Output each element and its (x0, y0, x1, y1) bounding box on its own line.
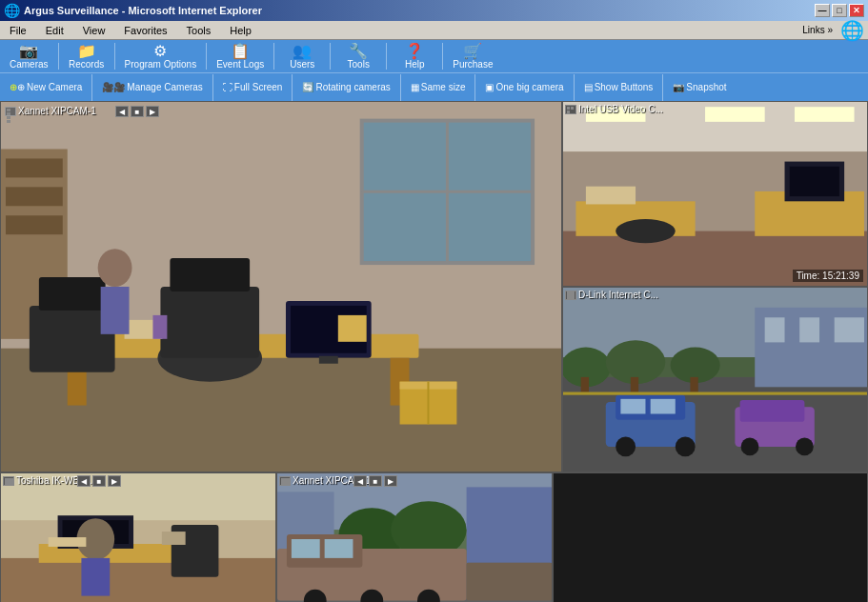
bottom-camera-row: Toshiba IK-WB11... ◀ ■ ▶ (0, 472, 868, 602)
svg-rect-18 (170, 258, 250, 291)
samesize-icon: ▦ (411, 82, 419, 92)
snapshot-label: Snapshot (686, 82, 726, 92)
xannet-ctrl-2[interactable]: ■ (369, 475, 382, 487)
samesize-label: Same size (421, 82, 466, 92)
ie-icon-right: 🌐 (840, 19, 864, 42)
toshiba-ctrl-2[interactable]: ■ (92, 475, 106, 487)
svg-rect-58 (620, 399, 645, 414)
menubar: File Edit View Favorites Tools Help Link… (0, 21, 868, 40)
users-label: Users (290, 59, 314, 70)
title-bar: 🌐 Argus Surveillance - Microsoft Interne… (0, 0, 868, 21)
separator (330, 43, 331, 70)
main-camera-panel: Xannet XIPCAM-1 ◀ ■ ▶ (0, 101, 562, 472)
new-camera-label: New Camera (27, 82, 82, 92)
rotating-button[interactable]: 🔄 Rotating cameras (296, 80, 395, 94)
samesize-button[interactable]: ▦ Same size (405, 80, 472, 94)
svg-rect-10 (6, 215, 63, 234)
shop-icon (463, 44, 482, 59)
log-icon (231, 44, 250, 59)
empty-camera-panel (553, 472, 868, 602)
menu-file[interactable]: File (4, 23, 32, 38)
menu-view[interactable]: View (77, 23, 111, 38)
help-icon (405, 44, 424, 59)
svg-rect-69 (1, 558, 275, 602)
onebig-icon: ▣ (485, 82, 494, 92)
program-options-button[interactable]: Program Options (119, 42, 203, 71)
xannet-ctrl-3[interactable]: ▶ (384, 475, 397, 487)
svg-point-28 (98, 249, 132, 287)
svg-rect-21 (319, 356, 338, 364)
tools-button[interactable]: Tools (334, 42, 382, 71)
records-label: Records (69, 59, 104, 70)
maximize-button[interactable]: □ (832, 4, 847, 17)
settings-icon (153, 44, 167, 59)
dlink-camera-panel: D-Link Internet C... (562, 287, 868, 472)
separator (386, 43, 387, 70)
fullscreen-button[interactable]: ⛶ Full Screen (217, 80, 289, 94)
svg-rect-82 (467, 487, 552, 562)
toshiba-scene (1, 473, 275, 602)
separator (442, 43, 443, 70)
svg-rect-66 (563, 392, 867, 395)
close-button[interactable]: ✕ (849, 4, 864, 17)
dlink-camera-label: D-Link Internet C... (578, 290, 658, 300)
office-scene (1, 102, 561, 472)
separator (206, 43, 207, 70)
separator (91, 74, 92, 101)
separator (114, 43, 115, 70)
svg-rect-40 (790, 167, 839, 196)
manage-cameras-button[interactable]: 🎥 Manage Cameras (96, 80, 208, 94)
intel-camera-label: Intel USB Video C... (578, 104, 663, 114)
help-button[interactable]: Help (391, 42, 438, 71)
cam-ctrl-2[interactable]: ■ (131, 106, 144, 117)
cam-ctrl-1[interactable]: ◀ (115, 106, 129, 117)
cameras-label: Cameras (10, 59, 49, 70)
svg-rect-23 (152, 315, 167, 339)
toshiba-ctrl-3[interactable]: ▶ (108, 475, 121, 487)
xannet-scene (277, 473, 552, 602)
svg-rect-34 (795, 107, 855, 122)
cam-ctrl-3[interactable]: ▶ (146, 106, 159, 117)
snapshot-button[interactable]: 📷 Snapshot (667, 80, 732, 94)
records-button[interactable]: Records (63, 42, 111, 71)
program-options-label: Program Options (125, 59, 197, 70)
camera-time-display: Time: 15:21:39 (793, 270, 863, 282)
svg-rect-48 (799, 317, 819, 342)
svg-rect-77 (162, 532, 186, 545)
menu-help[interactable]: Help (224, 23, 257, 38)
svg-point-64 (741, 438, 759, 456)
event-logs-button[interactable]: Event Logs (211, 42, 270, 71)
svg-rect-53 (581, 377, 589, 392)
purchase-button[interactable]: Purchase (447, 42, 498, 71)
svg-point-61 (676, 436, 696, 456)
intel-camera-panel: Intel USB Video C... Time: 15:21:39 (562, 101, 868, 287)
users-button[interactable]: Users (278, 42, 326, 71)
menu-edit[interactable]: Edit (40, 23, 70, 38)
svg-rect-54 (631, 377, 638, 392)
fullscreen-icon: ⛶ (223, 82, 232, 92)
svg-rect-55 (690, 377, 697, 392)
svg-rect-89 (292, 539, 320, 558)
minimize-button[interactable]: — (815, 4, 830, 17)
menu-favorites[interactable]: Favorites (118, 23, 172, 38)
svg-point-41 (616, 219, 676, 243)
show-buttons-button[interactable]: ▤ Show Buttons (578, 80, 659, 94)
new-camera-button[interactable]: ⊕ New Camera (4, 80, 88, 94)
xannet-ctrl-1[interactable]: ◀ (353, 475, 367, 487)
cameras-button[interactable]: Cameras (4, 42, 54, 71)
svg-rect-17 (160, 287, 259, 358)
folder-icon (77, 44, 96, 59)
rotate-icon: 🔄 (302, 82, 313, 92)
main-toolbar: Cameras Records Program Options Event Lo… (0, 40, 868, 72)
separator (58, 43, 59, 70)
separator (474, 74, 475, 101)
camera-grid: Xannet XIPCAM-1 ◀ ■ ▶ (0, 101, 868, 472)
toshiba-camera-panel: Toshiba IK-WB11... ◀ ■ ▶ (0, 472, 276, 602)
menu-tools[interactable]: Tools (181, 23, 217, 38)
purchase-label: Purchase (453, 59, 493, 70)
toshiba-ctrl-1[interactable]: ◀ (77, 475, 91, 487)
separator (574, 74, 575, 101)
intel-scene (563, 102, 867, 286)
onebig-button[interactable]: ▣ One big camera (479, 80, 569, 94)
separator (273, 43, 274, 70)
